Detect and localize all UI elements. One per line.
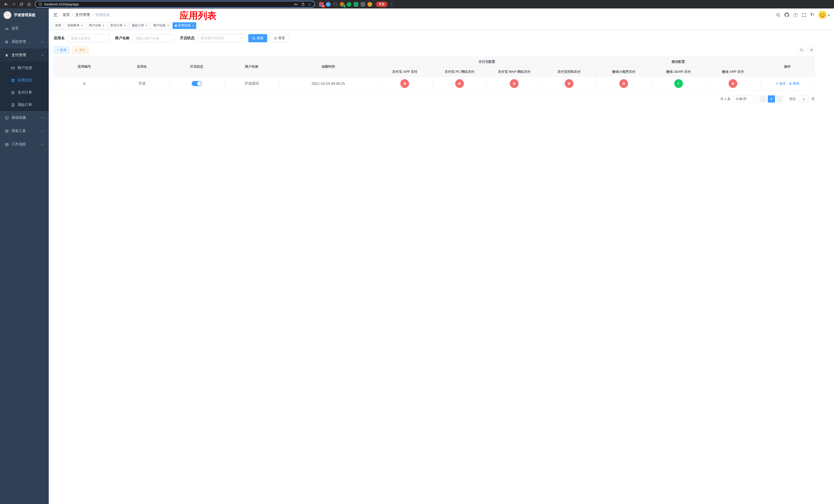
- top-navbar: 首页 / 支付管理 / 应用信息 应用列表: [49, 8, 417, 21]
- breadcrumb-payment[interactable]: 支付管理: [75, 13, 90, 17]
- sidebar-item-merchant-info[interactable]: 商户信息: [0, 62, 49, 74]
- tab-merchant-info[interactable]: 商户信息×: [151, 22, 171, 29]
- active-dot: [175, 25, 177, 27]
- toolbox-icon: [5, 129, 9, 133]
- sidebar-item-system[interactable]: 系统管理: [0, 35, 49, 48]
- browser-forward-button[interactable]: [10, 1, 17, 8]
- sidebar-item-label: 基础设施: [12, 115, 26, 120]
- app-title: 芋道管理系统: [14, 13, 36, 18]
- tags-view-bar: 首页 流程表单× 用户分组× 支付订单× 退款订单× 商户信息× 应用信息×: [49, 21, 417, 30]
- site-info-icon[interactable]: [39, 2, 42, 6]
- filter-form: 应用名 商户名称 开启状态 请选择开启状态 搜索 重置: [54, 34, 417, 42]
- col-status: 开启状态: [169, 57, 224, 77]
- merchant-name-input[interactable]: [133, 34, 174, 42]
- sidebar-item-dev-tools[interactable]: 研发工具: [0, 124, 49, 138]
- extension-icon-7[interactable]: [360, 2, 365, 7]
- password-key-icon[interactable]: [294, 2, 298, 6]
- pagination: 共 1 条 10条/页 ‹ 1 › 前往 页: [54, 95, 417, 102]
- sidebar-item-label: 系统管理: [12, 40, 26, 44]
- tab-home[interactable]: 首页: [53, 22, 64, 29]
- yen-icon: [5, 53, 9, 57]
- app-name-input[interactable]: [68, 34, 110, 42]
- app-name-label: 应用名: [54, 36, 65, 41]
- monitor-icon: [5, 116, 9, 120]
- cell-created: 2021-10-23 08:49:25: [279, 77, 377, 91]
- chevron-down-icon: [41, 143, 44, 146]
- refresh-icon: [273, 37, 277, 40]
- gear-icon: [5, 40, 9, 44]
- tab-app-info[interactable]: 应用信息×: [173, 22, 196, 29]
- export-button[interactable]: 导出: [72, 46, 88, 53]
- close-icon[interactable]: ×: [192, 24, 194, 27]
- address-bar[interactable]: localhost:1024/pay/app: [35, 1, 315, 8]
- logo-avatar: [4, 11, 11, 19]
- tab-pay-orders[interactable]: 支付订单×: [108, 22, 128, 29]
- add-button[interactable]: + 新增: [54, 46, 69, 53]
- plus-icon: +: [57, 48, 59, 52]
- status-select[interactable]: 请选择开启状态: [197, 34, 246, 42]
- share-icon[interactable]: [301, 2, 305, 6]
- extension-icon-5[interactable]: [347, 2, 351, 7]
- extension-icon-3[interactable]: [333, 2, 337, 7]
- page-content: 应用名 商户名称 开启状态 请选择开启状态 搜索 重置: [49, 30, 417, 252]
- sidebar-menu: 首页 系统管理 支付管理 商户信息: [0, 22, 49, 151]
- browser-reload-button[interactable]: [18, 1, 25, 8]
- close-icon[interactable]: ×: [81, 24, 83, 27]
- close-icon[interactable]: ×: [146, 24, 148, 27]
- close-icon[interactable]: ×: [103, 24, 104, 27]
- document-icon: [11, 103, 15, 107]
- browser-home-button[interactable]: [26, 1, 32, 8]
- workflow-icon: [5, 142, 9, 146]
- sidebar-item-workflow[interactable]: 工作流程: [0, 138, 49, 151]
- hamburger-icon[interactable]: [53, 12, 59, 18]
- search-icon: [252, 37, 256, 40]
- bookmark-star-icon[interactable]: [308, 2, 311, 7]
- sidebar-item-payment[interactable]: 支付管理: [0, 48, 49, 62]
- sidebar-item-label: 应用信息: [18, 78, 32, 83]
- chevron-down-icon: [41, 116, 44, 119]
- search-button[interactable]: 搜索: [248, 34, 267, 42]
- merchant-name-label: 商户名称: [115, 36, 130, 41]
- browser-menu-icon[interactable]: [390, 2, 394, 7]
- pay-order-icon: [11, 91, 15, 95]
- cell-app-name: 芋道: [115, 77, 169, 91]
- extension-icon-4[interactable]: 1: [340, 2, 345, 7]
- col-app-id: 应用编号: [54, 57, 115, 77]
- grid-icon: [11, 78, 15, 82]
- tab-process-form[interactable]: 流程表单×: [65, 22, 85, 29]
- reset-button[interactable]: 重置: [270, 34, 289, 42]
- group-alipay: 支付宝配置: [377, 57, 417, 67]
- app-logo[interactable]: 芋道管理系统: [0, 8, 49, 22]
- sidebar-item-home[interactable]: 首页: [0, 22, 49, 35]
- table-row: 6 芋道 芋道源码 2021-10-23 08:49:25: [54, 77, 417, 91]
- table-toolbar: + 新增 导出: [54, 46, 417, 53]
- breadcrumb: 首页 / 支付管理 / 应用信息: [63, 13, 110, 17]
- sidebar-item-infrastructure[interactable]: 基础设施: [0, 111, 49, 124]
- app-table: 应用编号 应用名 开启状态 商户名称 创建时间 支付宝配置 微信配置 操作 支付…: [54, 56, 417, 91]
- browser-profile-avatar[interactable]: [368, 2, 372, 7]
- tab-refund-orders[interactable]: 退款订单×: [130, 22, 150, 29]
- sidebar-item-label: 首页: [12, 26, 19, 31]
- breadcrumb-home[interactable]: 首页: [63, 13, 70, 17]
- chevron-up-icon: [41, 53, 44, 56]
- enabled-toggle[interactable]: [192, 81, 202, 86]
- sidebar-item-label: 工作流程: [12, 142, 26, 147]
- sidebar-item-pay-orders[interactable]: 支付订单: [0, 86, 49, 99]
- browser-back-button[interactable]: [3, 1, 9, 8]
- extension-icon-6[interactable]: [354, 2, 358, 7]
- breadcrumb-separator: /: [72, 13, 73, 17]
- close-icon[interactable]: ×: [124, 24, 126, 27]
- sidebar-item-refund-orders[interactable]: 退款订单: [0, 99, 49, 111]
- col-alipay-app: 支付宝 APP 支付: [377, 67, 417, 77]
- browser-extensions: 10 1: [319, 2, 372, 7]
- extension-icon-2[interactable]: [326, 2, 331, 7]
- sidebar-item-label: 研发工具: [12, 129, 26, 133]
- extension-icon-1[interactable]: 10: [319, 2, 324, 7]
- col-created: 创建时间: [279, 57, 377, 77]
- page-title-annotation: 应用列表: [179, 9, 216, 22]
- tab-user-group[interactable]: 用户分组×: [86, 22, 107, 29]
- sidebar: 芋道管理系统 首页 系统管理 支付管理: [0, 8, 49, 252]
- browser-update-button[interactable]: 更新: [376, 2, 388, 7]
- sidebar-item-app-info[interactable]: 应用信息: [0, 74, 49, 86]
- close-icon[interactable]: ×: [167, 24, 169, 27]
